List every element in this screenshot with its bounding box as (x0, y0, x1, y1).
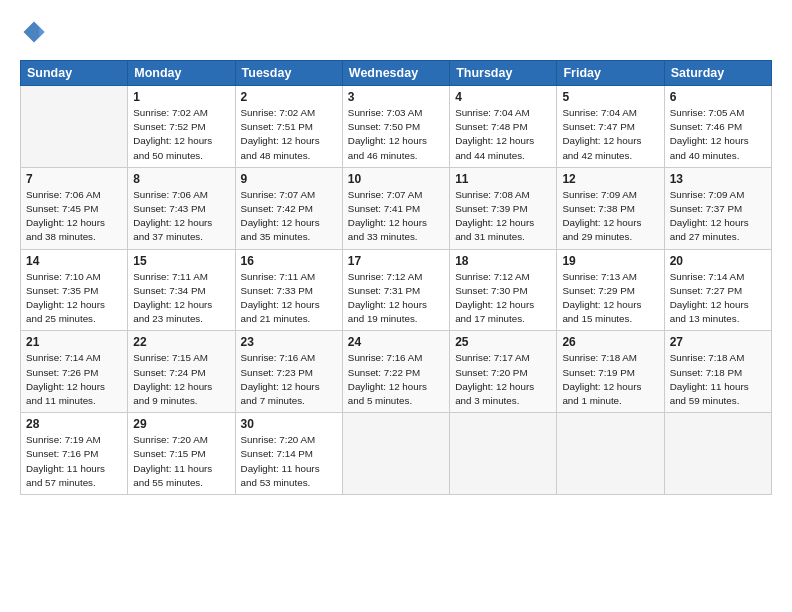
day-number: 22 (133, 335, 229, 349)
day-info: Sunrise: 7:03 AM Sunset: 7:50 PM Dayligh… (348, 106, 444, 163)
day-cell: 6Sunrise: 7:05 AM Sunset: 7:46 PM Daylig… (664, 86, 771, 168)
header (20, 18, 772, 46)
day-number: 16 (241, 254, 337, 268)
day-info: Sunrise: 7:06 AM Sunset: 7:43 PM Dayligh… (133, 188, 229, 245)
day-number: 20 (670, 254, 766, 268)
day-cell: 26Sunrise: 7:18 AM Sunset: 7:19 PM Dayli… (557, 331, 664, 413)
day-info: Sunrise: 7:02 AM Sunset: 7:51 PM Dayligh… (241, 106, 337, 163)
day-info: Sunrise: 7:16 AM Sunset: 7:22 PM Dayligh… (348, 351, 444, 408)
day-number: 19 (562, 254, 658, 268)
day-cell: 9Sunrise: 7:07 AM Sunset: 7:42 PM Daylig… (235, 167, 342, 249)
day-info: Sunrise: 7:05 AM Sunset: 7:46 PM Dayligh… (670, 106, 766, 163)
day-cell: 11Sunrise: 7:08 AM Sunset: 7:39 PM Dayli… (450, 167, 557, 249)
day-number: 17 (348, 254, 444, 268)
day-cell: 21Sunrise: 7:14 AM Sunset: 7:26 PM Dayli… (21, 331, 128, 413)
day-cell: 19Sunrise: 7:13 AM Sunset: 7:29 PM Dayli… (557, 249, 664, 331)
day-cell: 22Sunrise: 7:15 AM Sunset: 7:24 PM Dayli… (128, 331, 235, 413)
day-cell: 13Sunrise: 7:09 AM Sunset: 7:37 PM Dayli… (664, 167, 771, 249)
day-cell: 7Sunrise: 7:06 AM Sunset: 7:45 PM Daylig… (21, 167, 128, 249)
week-row-3: 14Sunrise: 7:10 AM Sunset: 7:35 PM Dayli… (21, 249, 772, 331)
col-header-saturday: Saturday (664, 61, 771, 86)
col-header-thursday: Thursday (450, 61, 557, 86)
day-cell: 14Sunrise: 7:10 AM Sunset: 7:35 PM Dayli… (21, 249, 128, 331)
day-cell: 24Sunrise: 7:16 AM Sunset: 7:22 PM Dayli… (342, 331, 449, 413)
day-number: 26 (562, 335, 658, 349)
day-cell: 27Sunrise: 7:18 AM Sunset: 7:18 PM Dayli… (664, 331, 771, 413)
day-number: 28 (26, 417, 122, 431)
day-cell: 2Sunrise: 7:02 AM Sunset: 7:51 PM Daylig… (235, 86, 342, 168)
day-info: Sunrise: 7:04 AM Sunset: 7:47 PM Dayligh… (562, 106, 658, 163)
week-row-2: 7Sunrise: 7:06 AM Sunset: 7:45 PM Daylig… (21, 167, 772, 249)
day-info: Sunrise: 7:19 AM Sunset: 7:16 PM Dayligh… (26, 433, 122, 490)
logo (20, 18, 52, 46)
day-number: 8 (133, 172, 229, 186)
day-number: 9 (241, 172, 337, 186)
day-number: 29 (133, 417, 229, 431)
day-number: 25 (455, 335, 551, 349)
day-number: 1 (133, 90, 229, 104)
day-info: Sunrise: 7:02 AM Sunset: 7:52 PM Dayligh… (133, 106, 229, 163)
calendar-table: SundayMondayTuesdayWednesdayThursdayFrid… (20, 60, 772, 495)
day-number: 24 (348, 335, 444, 349)
day-info: Sunrise: 7:20 AM Sunset: 7:15 PM Dayligh… (133, 433, 229, 490)
day-cell: 3Sunrise: 7:03 AM Sunset: 7:50 PM Daylig… (342, 86, 449, 168)
day-info: Sunrise: 7:09 AM Sunset: 7:37 PM Dayligh… (670, 188, 766, 245)
day-info: Sunrise: 7:18 AM Sunset: 7:19 PM Dayligh… (562, 351, 658, 408)
day-number: 14 (26, 254, 122, 268)
day-number: 30 (241, 417, 337, 431)
day-number: 4 (455, 90, 551, 104)
day-info: Sunrise: 7:13 AM Sunset: 7:29 PM Dayligh… (562, 270, 658, 327)
day-cell (450, 413, 557, 495)
day-cell: 10Sunrise: 7:07 AM Sunset: 7:41 PM Dayli… (342, 167, 449, 249)
day-info: Sunrise: 7:12 AM Sunset: 7:30 PM Dayligh… (455, 270, 551, 327)
day-number: 23 (241, 335, 337, 349)
svg-marker-1 (39, 27, 44, 38)
day-cell: 16Sunrise: 7:11 AM Sunset: 7:33 PM Dayli… (235, 249, 342, 331)
day-cell: 28Sunrise: 7:19 AM Sunset: 7:16 PM Dayli… (21, 413, 128, 495)
col-header-wednesday: Wednesday (342, 61, 449, 86)
day-cell: 12Sunrise: 7:09 AM Sunset: 7:38 PM Dayli… (557, 167, 664, 249)
day-cell (342, 413, 449, 495)
day-info: Sunrise: 7:11 AM Sunset: 7:33 PM Dayligh… (241, 270, 337, 327)
col-header-tuesday: Tuesday (235, 61, 342, 86)
day-cell: 1Sunrise: 7:02 AM Sunset: 7:52 PM Daylig… (128, 86, 235, 168)
col-header-sunday: Sunday (21, 61, 128, 86)
day-number: 7 (26, 172, 122, 186)
day-cell: 18Sunrise: 7:12 AM Sunset: 7:30 PM Dayli… (450, 249, 557, 331)
day-number: 2 (241, 90, 337, 104)
day-cell: 17Sunrise: 7:12 AM Sunset: 7:31 PM Dayli… (342, 249, 449, 331)
day-number: 12 (562, 172, 658, 186)
day-number: 18 (455, 254, 551, 268)
header-row: SundayMondayTuesdayWednesdayThursdayFrid… (21, 61, 772, 86)
day-cell: 20Sunrise: 7:14 AM Sunset: 7:27 PM Dayli… (664, 249, 771, 331)
day-info: Sunrise: 7:08 AM Sunset: 7:39 PM Dayligh… (455, 188, 551, 245)
day-info: Sunrise: 7:17 AM Sunset: 7:20 PM Dayligh… (455, 351, 551, 408)
week-row-1: 1Sunrise: 7:02 AM Sunset: 7:52 PM Daylig… (21, 86, 772, 168)
day-info: Sunrise: 7:10 AM Sunset: 7:35 PM Dayligh… (26, 270, 122, 327)
day-info: Sunrise: 7:11 AM Sunset: 7:34 PM Dayligh… (133, 270, 229, 327)
day-cell: 23Sunrise: 7:16 AM Sunset: 7:23 PM Dayli… (235, 331, 342, 413)
day-cell (557, 413, 664, 495)
day-number: 11 (455, 172, 551, 186)
day-number: 13 (670, 172, 766, 186)
day-number: 21 (26, 335, 122, 349)
day-cell: 5Sunrise: 7:04 AM Sunset: 7:47 PM Daylig… (557, 86, 664, 168)
day-number: 6 (670, 90, 766, 104)
day-number: 3 (348, 90, 444, 104)
day-info: Sunrise: 7:07 AM Sunset: 7:41 PM Dayligh… (348, 188, 444, 245)
day-number: 15 (133, 254, 229, 268)
day-info: Sunrise: 7:16 AM Sunset: 7:23 PM Dayligh… (241, 351, 337, 408)
calendar-page: SundayMondayTuesdayWednesdayThursdayFrid… (0, 0, 792, 612)
day-info: Sunrise: 7:07 AM Sunset: 7:42 PM Dayligh… (241, 188, 337, 245)
day-info: Sunrise: 7:20 AM Sunset: 7:14 PM Dayligh… (241, 433, 337, 490)
day-info: Sunrise: 7:15 AM Sunset: 7:24 PM Dayligh… (133, 351, 229, 408)
day-info: Sunrise: 7:06 AM Sunset: 7:45 PM Dayligh… (26, 188, 122, 245)
day-number: 5 (562, 90, 658, 104)
day-info: Sunrise: 7:04 AM Sunset: 7:48 PM Dayligh… (455, 106, 551, 163)
day-number: 27 (670, 335, 766, 349)
day-info: Sunrise: 7:14 AM Sunset: 7:27 PM Dayligh… (670, 270, 766, 327)
day-cell (664, 413, 771, 495)
week-row-5: 28Sunrise: 7:19 AM Sunset: 7:16 PM Dayli… (21, 413, 772, 495)
day-number: 10 (348, 172, 444, 186)
day-info: Sunrise: 7:09 AM Sunset: 7:38 PM Dayligh… (562, 188, 658, 245)
